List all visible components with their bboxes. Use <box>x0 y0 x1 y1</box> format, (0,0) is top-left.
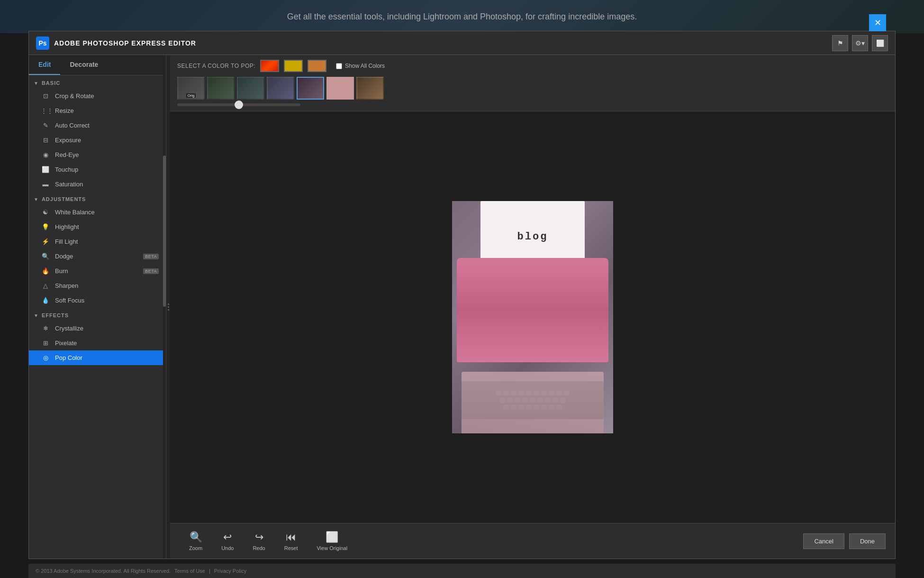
section-effects-arrow: ▼ <box>34 313 39 318</box>
sidebar-item-white-balance[interactable]: ☯ White Balance <box>29 205 166 220</box>
zoom-label: Zoom <box>189 545 202 551</box>
crystallize-label: Crystallize <box>55 325 83 332</box>
canvas-area: blog <box>170 111 895 523</box>
main-content: Edit Decorate ▼ BASIC ⊡ Crop & Rotate ⋮⋮… <box>29 55 895 559</box>
color-swatch-orange[interactable] <box>308 60 326 72</box>
resize-dot-2 <box>168 306 169 308</box>
section-basic-header: ▼ BASIC <box>29 75 166 89</box>
soft-focus-label: Soft Focus <box>55 297 84 304</box>
resize-label: Resize <box>55 107 74 114</box>
redo-label: Redo <box>253 545 265 551</box>
burn-label: Burn <box>55 267 68 275</box>
sidebar-item-resize[interactable]: ⋮⋮ Resize <box>29 103 166 118</box>
saturation-icon: ▬ <box>41 181 50 188</box>
thumbnails-row: Orig <box>177 77 888 100</box>
footer-separator: | <box>209 568 210 574</box>
fill-light-label: Fill Light <box>55 238 78 245</box>
sidebar-item-sharpen[interactable]: △ Sharpen <box>29 278 166 293</box>
flag-button[interactable]: ⚑ <box>832 35 848 51</box>
auto-correct-icon: ✎ <box>41 122 50 129</box>
show-all-colors-checkbox[interactable] <box>336 63 342 69</box>
cancel-button[interactable]: Cancel <box>803 533 844 549</box>
section-adjustments-label: ADJUSTMENTS <box>42 196 86 202</box>
resize-dot-1 <box>168 303 169 305</box>
slider-thumb[interactable] <box>235 101 243 109</box>
tool-reset[interactable]: ⏮ Reset <box>275 531 308 551</box>
slider-track[interactable] <box>177 103 300 106</box>
sidebar-item-saturation[interactable]: ▬ Saturation <box>29 177 166 192</box>
sidebar-item-touchup[interactable]: ⬜ Touchup <box>29 162 166 177</box>
sidebar-item-pixelate[interactable]: ⊞ Pixelate <box>29 336 166 350</box>
burn-icon: 🔥 <box>41 267 50 275</box>
crop-rotate-icon: ⊡ <box>41 92 50 100</box>
tab-decorate[interactable]: Decorate <box>60 55 108 75</box>
sidebar-item-auto-correct[interactable]: ✎ Auto Correct <box>29 118 166 133</box>
touchup-icon: ⬜ <box>41 166 50 173</box>
tool-zoom[interactable]: 🔍 Zoom <box>180 531 212 551</box>
thumbnail-6[interactable] <box>356 77 384 100</box>
sidebar-item-highlight[interactable]: 💡 Highlight <box>29 220 166 234</box>
tool-redo[interactable]: ↪ Redo <box>243 531 274 551</box>
sidebar-scrollbar-thumb <box>163 156 166 307</box>
thumbnail-1[interactable] <box>207 77 235 100</box>
undo-icon: ↩ <box>223 531 232 543</box>
view-original-icon: ⬜ <box>326 531 338 543</box>
white-balance-label: White Balance <box>55 209 95 216</box>
reset-icon: ⏮ <box>286 531 296 543</box>
touchup-label: Touchup <box>55 166 78 173</box>
thumbnail-5[interactable] <box>326 77 354 100</box>
title-bar: Ps ADOBE PHOTOSHOP EXPRESS EDITOR ⚑ ⚙ ▾ … <box>29 31 895 55</box>
sidebar: Edit Decorate ▼ BASIC ⊡ Crop & Rotate ⋮⋮… <box>29 55 166 559</box>
resize-handle[interactable] <box>166 55 170 559</box>
sharpen-label: Sharpen <box>55 282 78 289</box>
thumbnail-orig[interactable]: Orig <box>177 77 205 100</box>
pop-color-label: Pop Color <box>55 354 82 361</box>
sidebar-item-crystallize[interactable]: ❄ Crystallize <box>29 321 166 336</box>
tab-edit[interactable]: Edit <box>29 55 60 75</box>
footer: © 2013 Adobe Systems Incorporated. All R… <box>28 564 896 578</box>
sidebar-item-dodge[interactable]: 🔍 Dodge BETA <box>29 249 166 264</box>
dodge-icon: 🔍 <box>41 253 50 260</box>
settings-button[interactable]: ⚙ ▾ <box>852 35 868 51</box>
show-all-colors[interactable]: Show All Colors <box>336 63 385 69</box>
color-swatch-yellow[interactable] <box>284 60 303 72</box>
color-swatch-red[interactable] <box>260 60 279 72</box>
crop-rotate-label: Crop & Rotate <box>55 92 94 100</box>
thumbnail-3[interactable] <box>267 77 294 100</box>
red-eye-label: Red-Eye <box>55 151 79 158</box>
undo-label: Undo <box>221 545 234 551</box>
footer-copyright: © 2013 Adobe Systems Incorporated. All R… <box>36 568 171 574</box>
tool-view-original[interactable]: ⬜ View Original <box>307 531 357 551</box>
footer-terms-link[interactable]: Terms of Use <box>174 568 205 574</box>
done-button[interactable]: Done <box>849 533 886 549</box>
outer-close-button[interactable]: ✕ <box>869 14 886 31</box>
resize-dot-3 <box>168 309 169 311</box>
section-effects-label: EFFECTS <box>42 312 69 318</box>
sidebar-item-red-eye[interactable]: ◉ Red-Eye <box>29 147 166 162</box>
sidebar-item-crop-rotate[interactable]: ⊡ Crop & Rotate <box>29 89 166 103</box>
section-effects-header: ▼ EFFECTS <box>29 308 166 321</box>
tool-undo[interactable]: ↩ Undo <box>212 531 243 551</box>
sidebar-item-burn[interactable]: 🔥 Burn BETA <box>29 264 166 278</box>
sidebar-item-fill-light[interactable]: ⚡ Fill Light <box>29 234 166 249</box>
thumbnail-4[interactable] <box>297 77 324 100</box>
pixelate-label: Pixelate <box>55 339 77 347</box>
thumbnail-2[interactable] <box>237 77 264 100</box>
hands <box>462 372 604 433</box>
reset-label: Reset <box>284 545 298 551</box>
pop-color-icon: ◎ <box>41 354 50 361</box>
resize-button[interactable]: ⬜ <box>872 35 888 51</box>
sidebar-item-pop-color[interactable]: ◎ Pop Color <box>29 350 166 365</box>
thumbnail-orig-label: Orig <box>186 93 195 98</box>
section-basic-arrow: ▼ <box>34 81 39 86</box>
photo-canvas: blog <box>452 201 613 433</box>
zoom-icon: 🔍 <box>190 531 202 543</box>
sidebar-scroll[interactable]: ▼ BASIC ⊡ Crop & Rotate ⋮⋮ Resize ✎ Auto… <box>29 75 166 559</box>
section-adjustments-arrow: ▼ <box>34 197 39 202</box>
paper-text: blog <box>517 231 548 243</box>
title-bar-actions: ⚑ ⚙ ▾ ⬜ <box>832 35 888 51</box>
sidebar-item-exposure[interactable]: ⊟ Exposure <box>29 133 166 147</box>
footer-privacy-link[interactable]: Privacy Policy <box>214 568 246 574</box>
sidebar-item-soft-focus[interactable]: 💧 Soft Focus <box>29 293 166 308</box>
dodge-label: Dodge <box>55 253 73 260</box>
